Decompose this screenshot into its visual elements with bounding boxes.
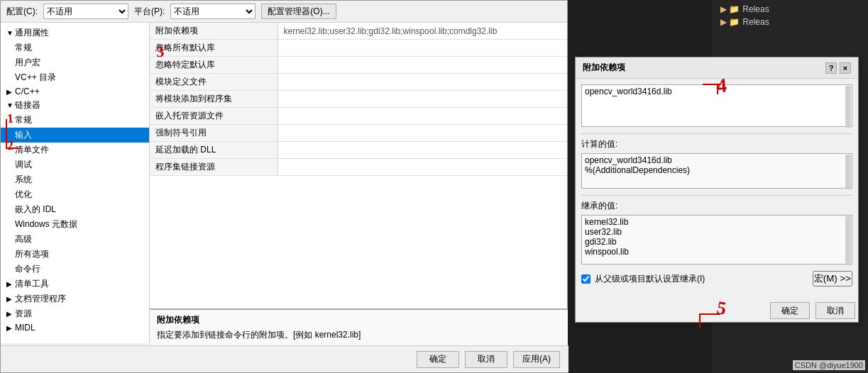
tree-item-linker-winmeta[interactable]: Windows 元数据 <box>1 217 149 232</box>
config-manager-button[interactable]: 配置管理器(O)... <box>261 4 336 19</box>
props-value-7 <box>278 142 567 159</box>
tree-item-linker[interactable]: ▼ 链接器 <box>1 98 149 113</box>
ide-release-item-2: ▶ 📁 Releas <box>718 16 862 28</box>
apply-button[interactable]: 应用(A) <box>513 351 560 368</box>
props-description: 附加依赖项 指定要添加到链接命令行的附加项。[例如 kernel32.lib] <box>150 308 568 345</box>
arrow-linker: ▼ <box>6 101 15 109</box>
tree-item-user-macros[interactable]: 用户宏 <box>1 55 149 70</box>
props-name-0: 附加依赖项 <box>150 23 278 40</box>
sub-dialog-body: 计算的值: 继承的值: 从父级或项目默认设置继承(I) 宏(M) >> <box>576 79 858 296</box>
inherit-checkbox[interactable] <box>581 274 590 284</box>
platform-label: 平台(P): <box>134 6 165 18</box>
props-name-5: 嵌入托管资源文件 <box>150 108 278 125</box>
tree-item-manifest-tool[interactable]: ▶ 清单工具 <box>1 277 149 291</box>
tree-item-doc-mgr[interactable]: ▶ 文档管理程序 <box>1 291 149 306</box>
inherit-checkbox-row: 从父级或项目默认设置继承(I) 宏(M) >> <box>581 271 852 286</box>
tree-item-linker-all[interactable]: 所有选项 <box>1 247 149 262</box>
tree-label-linker-debug: 调试 <box>15 159 32 171</box>
folder-icon-1: ▶ 📁 <box>720 4 740 14</box>
folder-icon-2: ▶ 📁 <box>720 17 740 27</box>
props-row-4: 将模块添加到程序集 <box>150 91 567 108</box>
watermark: CSDN @diyue1900 <box>793 360 865 370</box>
props-value-3 <box>278 74 567 91</box>
tree-label-linker-idl: 嵌入的 IDL <box>15 204 56 216</box>
arrow-cpp: ▶ <box>6 88 15 96</box>
tree-label-resources: 资源 <box>15 308 32 320</box>
tree-item-vc-dirs[interactable]: VC++ 目录 <box>1 70 149 85</box>
tree-item-linker-general[interactable]: 常规 <box>1 113 149 128</box>
props-value-4 <box>278 91 567 108</box>
bottom-bar: 确定 取消 应用(A) <box>1 345 568 372</box>
sub-dialog-additional-deps: 附加依赖项 ? × 计算的值: 继承的值: 从父级或项目默认设置继承(I) 宏(… <box>575 57 859 323</box>
props-value-2 <box>278 57 567 74</box>
props-name-6: 强制符号引用 <box>150 125 278 142</box>
inherited-value <box>581 215 852 265</box>
props-row-8: 程序集链接资源 <box>150 159 567 176</box>
divider-2 <box>581 195 852 196</box>
calculated-wrapper <box>581 153 852 191</box>
tree-label-linker-winmeta: Windows 元数据 <box>15 218 77 230</box>
tree-item-linker-manifest[interactable]: 清单文件 <box>1 143 149 157</box>
props-value-5 <box>278 108 567 125</box>
sub-dialog-buttons: 确定 取消 <box>576 302 858 322</box>
tree-item-resources[interactable]: ▶ 资源 <box>1 306 149 321</box>
props-name-8: 程序集链接资源 <box>150 159 278 176</box>
calculated-label: 计算的值: <box>581 138 852 150</box>
props-name-3: 模块定义文件 <box>150 74 278 91</box>
ok-button[interactable]: 确定 <box>417 351 459 368</box>
tree-label-midl: MIDL <box>15 323 35 333</box>
macro-button[interactable]: 宏(M) >> <box>813 271 852 286</box>
cancel-button[interactable]: 取消 <box>465 351 507 368</box>
props-row-6: 强制符号引用 <box>150 125 567 142</box>
tree-label-vc-dirs: VC++ 目录 <box>15 72 56 84</box>
help-button[interactable]: ? <box>825 62 837 74</box>
tree-label-doc-mgr: 文档管理程序 <box>15 293 66 305</box>
tree-item-linker-cmd[interactable]: 命令行 <box>1 262 149 277</box>
tree-item-common[interactable]: 常规 <box>1 40 149 55</box>
tree-item-linker-system[interactable]: 系统 <box>1 172 149 187</box>
platform-select[interactable]: 不适用 <box>170 4 256 19</box>
sub-ok-button[interactable]: 确定 <box>770 302 810 319</box>
close-icon[interactable]: × <box>840 62 851 74</box>
tree-label-cpp: C/C++ <box>15 87 40 96</box>
props-value-8 <box>278 159 567 176</box>
tree-item-linker-idl[interactable]: 嵌入的 IDL <box>1 202 149 217</box>
tree-item-midl[interactable]: ▶ MIDL <box>1 321 149 334</box>
tree-item-linker-input[interactable]: 输入 <box>1 128 149 143</box>
tree-label-manifest-tool: 清单工具 <box>15 278 49 290</box>
arrow-doc-mgr: ▶ <box>6 295 15 303</box>
tree-label-general: 通用属性 <box>15 27 49 39</box>
tree-label-common: 常规 <box>15 42 32 54</box>
deps-input[interactable] <box>581 84 852 127</box>
calc-scrollbar <box>845 155 851 189</box>
tree-item-linker-advanced[interactable]: 高级 <box>1 232 149 247</box>
config-select[interactable]: 不适用 <box>43 4 128 19</box>
tree-item-general[interactable]: ▼ 通用属性 <box>1 26 149 40</box>
tree-label-linker-opt: 优化 <box>15 189 32 201</box>
config-label: 配置(C): <box>6 6 38 18</box>
tree-item-linker-opt[interactable]: 优化 <box>1 187 149 202</box>
divider-1 <box>581 133 852 134</box>
sub-cancel-button[interactable]: 取消 <box>815 302 855 319</box>
props-name-2: 忽略特定默认库 <box>150 57 278 74</box>
props-value-1 <box>278 40 567 57</box>
tree-label-linker-input: 输入 <box>15 129 32 141</box>
tree-label-linker: 链接器 <box>15 99 40 111</box>
inherited-wrapper <box>581 215 852 267</box>
tree-item-linker-debug[interactable]: 调试 <box>1 157 149 172</box>
inherit-checkbox-label: 从父级或项目默认设置继承(I) <box>595 273 705 285</box>
tree-label-linker-system: 系统 <box>15 174 32 186</box>
props-row-0: 附加依赖项 kernel32.lib;user32.lib;gdi32.lib;… <box>150 23 567 40</box>
props-row-2: 忽略特定默认库 <box>150 57 567 74</box>
description-text: 指定要添加到链接命令行的附加项。[例如 kernel32.lib] <box>157 329 561 341</box>
props-name-7: 延迟加载的 DLL <box>150 142 278 159</box>
tree-item-cpp[interactable]: ▶ C/C++ <box>1 85 149 98</box>
input-wrapper <box>581 84 852 129</box>
tree-label-linker-manifest: 清单文件 <box>15 144 49 156</box>
arrow-general: ▼ <box>6 29 15 37</box>
tree-panel: ▼ 通用属性 常规 用户宏 VC++ 目录 ▶ C/C++ ▼ 链接器 <box>1 23 150 343</box>
main-dialog: 配置(C): 不适用 平台(P): 不适用 配置管理器(O)... ▼ 通用属性… <box>0 0 568 373</box>
arrow-manifest-tool: ▶ <box>6 280 15 288</box>
props-value-0: kernel32.lib;user32.lib;gdi32.lib;winspo… <box>278 23 567 40</box>
props-value-6 <box>278 125 567 142</box>
